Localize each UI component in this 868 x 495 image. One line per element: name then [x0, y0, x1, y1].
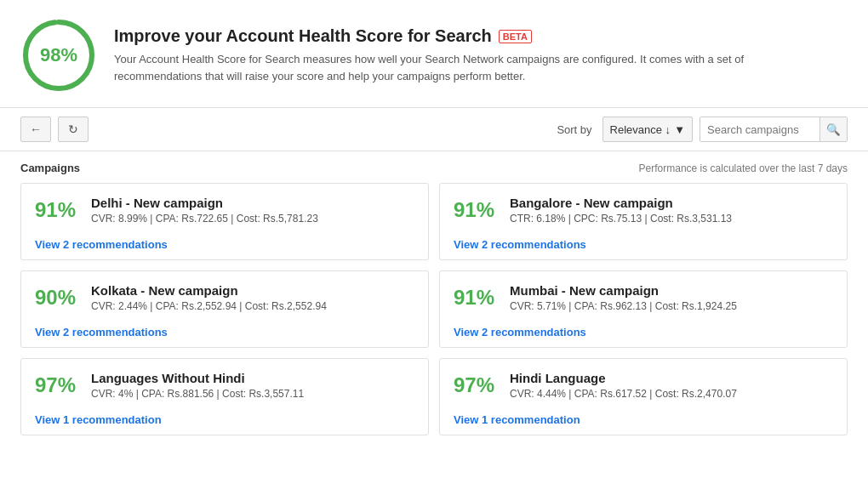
- campaign-score: 91%: [454, 286, 498, 310]
- campaign-name: Languages Without Hindi: [91, 371, 304, 385]
- refresh-button[interactable]: ↻: [58, 117, 89, 142]
- campaigns-grid: 91% Delhi - New campaign CVR: 8.99% | CP…: [20, 183, 848, 435]
- campaign-card: 91% Bangalore - New campaign CTR: 6.18% …: [439, 183, 848, 260]
- campaigns-section: Campaigns Performance is calculated over…: [0, 151, 868, 435]
- view-recommendations-link[interactable]: View 1 recommendation: [35, 413, 162, 426]
- view-recommendations-link[interactable]: View 2 recommendations: [454, 326, 586, 339]
- campaign-card: 91% Delhi - New campaign CVR: 8.99% | CP…: [20, 183, 429, 260]
- campaign-top: 97% Languages Without Hindi CVR: 4% | CP…: [35, 371, 414, 400]
- sort-label: Sort by: [557, 123, 591, 136]
- campaign-name: Kolkata - New campaign: [91, 283, 327, 298]
- campaign-metrics: CVR: 8.99% | CPA: Rs.722.65 | Cost: Rs.5…: [91, 213, 318, 225]
- campaign-info: Hindi Language CVR: 4.44% | CPA: Rs.617.…: [510, 371, 737, 400]
- view-recommendations-link[interactable]: View 2 recommendations: [35, 326, 168, 339]
- campaign-card: 97% Hindi Language CVR: 4.44% | CPA: Rs.…: [439, 358, 848, 435]
- campaign-name: Bangalore - New campaign: [510, 196, 732, 210]
- search-input[interactable]: [700, 117, 819, 141]
- campaigns-title: Campaigns: [20, 162, 80, 174]
- beta-badge: BETA: [499, 30, 532, 43]
- campaign-score: 97%: [454, 373, 498, 397]
- view-recommendations-link[interactable]: View 2 recommendations: [454, 238, 586, 251]
- toolbar: ← ↻ Sort by Relevance ↓ ▼ 🔍: [0, 108, 868, 151]
- campaign-metrics: CVR: 4.44% | CPA: Rs.617.52 | Cost: Rs.2…: [510, 388, 737, 400]
- campaign-top: 91% Bangalore - New campaign CTR: 6.18% …: [454, 196, 833, 225]
- view-recommendations-link[interactable]: View 2 recommendations: [35, 238, 168, 251]
- campaign-metrics: CVR: 5.71% | CPA: Rs.962.13 | Cost: Rs.1…: [510, 300, 737, 312]
- campaign-metrics: CVR: 2.44% | CPA: Rs.2,552.94 | Cost: Rs…: [91, 300, 327, 312]
- campaign-metrics: CVR: 4% | CPA: Rs.881.56 | Cost: Rs.3,55…: [91, 388, 304, 400]
- header-content: Improve your Account Health Score for Se…: [114, 26, 812, 84]
- campaign-score: 90%: [35, 286, 79, 310]
- back-button[interactable]: ←: [20, 117, 51, 142]
- page-title: Improve your Account Health Score for Se…: [114, 26, 812, 46]
- campaign-info: Mumbai - New campaign CVR: 5.71% | CPA: …: [510, 283, 737, 312]
- header-section: 98% Improve your Account Health Score fo…: [0, 0, 868, 108]
- campaign-card: 90% Kolkata - New campaign CVR: 2.44% | …: [20, 270, 429, 348]
- campaign-name: Hindi Language: [510, 371, 737, 385]
- campaign-top: 91% Mumbai - New campaign CVR: 5.71% | C…: [454, 283, 833, 312]
- campaign-top: 91% Delhi - New campaign CVR: 8.99% | CP…: [35, 196, 414, 225]
- campaign-score: 97%: [35, 373, 79, 397]
- campaign-metrics: CTR: 6.18% | CPC: Rs.75.13 | Cost: Rs.3,…: [510, 213, 732, 225]
- campaign-info: Bangalore - New campaign CTR: 6.18% | CP…: [510, 196, 732, 225]
- performance-note: Performance is calculated over the last …: [639, 162, 848, 174]
- campaign-card: 97% Languages Without Hindi CVR: 4% | CP…: [20, 358, 429, 435]
- campaign-info: Delhi - New campaign CVR: 8.99% | CPA: R…: [91, 196, 318, 225]
- campaigns-header: Campaigns Performance is calculated over…: [20, 162, 848, 174]
- campaign-score: 91%: [35, 198, 79, 222]
- header-description: Your Account Health Score for Search mea…: [114, 51, 812, 84]
- campaign-top: 90% Kolkata - New campaign CVR: 2.44% | …: [35, 283, 414, 312]
- view-recommendations-link[interactable]: View 1 recommendation: [454, 413, 580, 426]
- chevron-down-icon: ▼: [674, 123, 685, 136]
- search-icon: 🔍: [826, 123, 841, 136]
- score-value: 98%: [40, 44, 77, 66]
- campaign-name: Mumbai - New campaign: [510, 283, 737, 298]
- campaign-top: 97% Hindi Language CVR: 4.44% | CPA: Rs.…: [454, 371, 833, 400]
- campaign-score: 91%: [454, 198, 498, 222]
- score-circle: 98%: [20, 17, 97, 94]
- campaign-card: 91% Mumbai - New campaign CVR: 5.71% | C…: [439, 270, 848, 348]
- campaign-name: Delhi - New campaign: [91, 196, 318, 210]
- search-container: 🔍: [700, 117, 848, 142]
- sort-dropdown[interactable]: Relevance ↓ ▼: [602, 117, 693, 142]
- campaign-info: Kolkata - New campaign CVR: 2.44% | CPA:…: [91, 283, 327, 312]
- campaign-info: Languages Without Hindi CVR: 4% | CPA: R…: [91, 371, 304, 400]
- search-button[interactable]: 🔍: [819, 117, 847, 141]
